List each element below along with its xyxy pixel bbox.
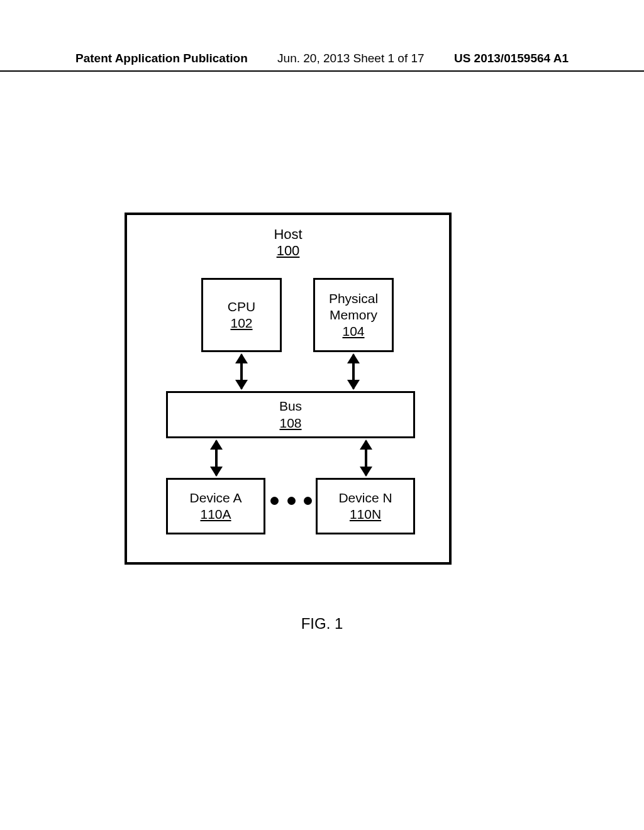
bus-block: Bus 108 xyxy=(166,391,415,438)
page-header: Patent Application Publication Jun. 20, … xyxy=(0,52,644,72)
device-a-label: Device A xyxy=(190,490,242,506)
memory-label-2: Memory xyxy=(330,307,377,323)
memory-label-1: Physical xyxy=(329,290,378,307)
device-n-block: Device N 110N xyxy=(316,478,415,534)
header-publication: Patent Application Publication xyxy=(75,52,248,65)
bus-label: Bus xyxy=(279,398,302,414)
bus-ref: 108 xyxy=(279,415,301,431)
host-label: Host xyxy=(127,226,449,243)
ellipsis-icon xyxy=(270,497,312,505)
arrow-cpu-bus xyxy=(240,355,243,389)
cpu-block: CPU 102 xyxy=(201,278,282,352)
device-a-ref: 110A xyxy=(200,506,231,523)
arrow-bus-device-a xyxy=(215,441,218,475)
header-patent-number: US 2013/0159564 A1 xyxy=(454,52,569,65)
header-sheet-info: Jun. 20, 2013 Sheet 1 of 17 xyxy=(277,52,424,65)
arrow-bus-device-n xyxy=(365,441,367,475)
host-ref: 100 xyxy=(127,243,449,259)
cpu-label: CPU xyxy=(228,299,255,315)
host-container: Host 100 CPU 102 Physical Memory 104 Bus… xyxy=(125,213,452,565)
memory-ref: 104 xyxy=(342,323,364,340)
memory-block: Physical Memory 104 xyxy=(313,278,394,352)
device-a-block: Device A 110A xyxy=(166,478,265,534)
cpu-ref: 102 xyxy=(230,315,252,331)
device-n-label: Device N xyxy=(338,490,392,506)
device-n-ref: 110N xyxy=(350,506,381,523)
arrow-memory-bus xyxy=(352,355,355,389)
figure-caption: FIG. 1 xyxy=(0,615,644,633)
